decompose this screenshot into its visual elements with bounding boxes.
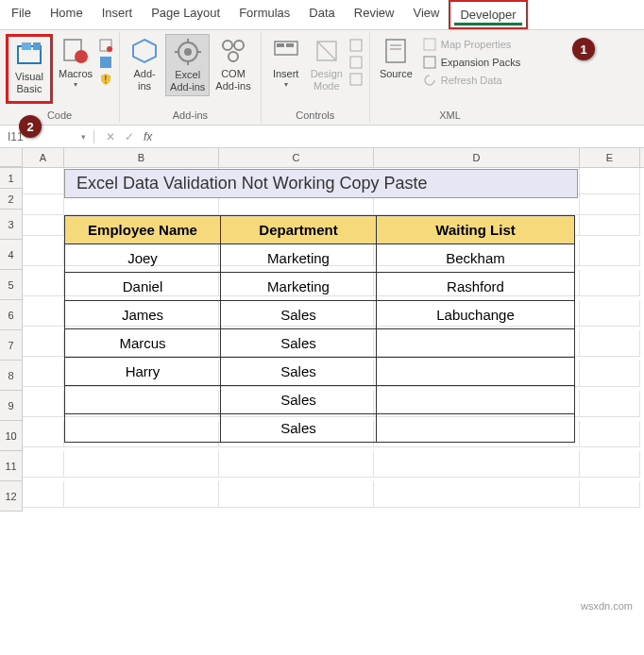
cell[interactable] [23,330,64,357]
row-header[interactable]: 8 [0,361,23,391]
row-header[interactable]: 2 [0,189,23,210]
cell[interactable] [23,421,64,447]
cell[interactable] [23,300,64,327]
table-cell[interactable]: Marketing [221,244,377,273]
svg-rect-22 [350,40,362,51]
cell[interactable] [580,391,640,417]
cell[interactable] [580,330,640,357]
table-cell[interactable]: Daniel [65,273,221,301]
excel-addins-button[interactable]: Excel Add-ins [165,34,210,96]
table-cell[interactable] [377,329,575,358]
macro-security-icon[interactable]: ! [98,72,113,87]
addins-button[interactable]: Add- ins [126,34,163,94]
tab-formulas[interactable]: Formulas [229,0,299,29]
cell[interactable] [23,270,64,296]
group-xml: Source Map Properties Expansion Packs Re… [370,32,530,123]
design-mode-button[interactable]: Design Mode [307,34,347,94]
table-cell[interactable]: Sales [221,386,377,414]
tab-insert[interactable]: Insert [93,0,143,29]
tab-review[interactable]: Review [345,0,404,29]
tab-view[interactable]: View [403,0,449,29]
table-cell[interactable]: Sales [221,414,377,443]
table-row: MarcusSales [65,329,575,358]
col-header-B[interactable]: B [64,148,219,167]
fx-icon[interactable]: fx [144,130,152,143]
source-button[interactable]: Source [376,34,416,82]
cell[interactable] [580,210,640,236]
cell[interactable] [64,451,219,478]
tab-data[interactable]: Data [299,0,344,29]
cell[interactable] [23,391,64,417]
row-header[interactable]: 1 [0,168,23,189]
cell[interactable] [23,451,64,478]
record-macro-icon[interactable] [98,38,113,53]
table-cell[interactable] [377,386,575,414]
insert-controls-icon [271,36,301,66]
tab-home[interactable]: Home [41,0,93,29]
cell[interactable] [219,481,374,508]
cell[interactable] [580,270,640,296]
row-header[interactable]: 10 [0,421,23,451]
cell[interactable] [219,451,374,478]
view-code-icon[interactable] [348,55,364,70]
insert-controls-button[interactable]: Insert ▾ [267,34,305,92]
col-header-E[interactable]: E [580,148,640,167]
cell[interactable] [580,300,640,327]
cell[interactable] [374,451,580,478]
cell[interactable] [580,240,640,266]
table-cell[interactable]: Rashford [377,273,575,301]
properties-icon[interactable] [348,38,364,53]
row-header[interactable]: 12 [0,481,23,512]
table-cell[interactable]: Harry [65,358,221,386]
table-cell[interactable]: Sales [221,358,377,386]
cell[interactable] [23,240,64,266]
row-header[interactable]: 7 [0,330,23,361]
cell[interactable] [23,481,64,508]
relative-ref-icon[interactable] [98,55,113,70]
cell[interactable] [580,361,640,387]
spreadsheet-grid[interactable]: A B C D E 1 2 3 4 5 6 7 [0,148,644,512]
table-cell[interactable]: Sales [221,301,377,329]
cell[interactable] [580,421,640,447]
macros-button[interactable]: Macros ▾ [55,34,96,92]
cell[interactable] [580,481,640,508]
row-header[interactable]: 11 [0,451,23,481]
tab-page-layout[interactable]: Page Layout [142,0,229,29]
cell[interactable] [23,361,64,387]
table-cell[interactable]: Beckham [377,244,575,273]
col-header-D[interactable]: D [374,148,580,167]
visual-basic-button[interactable]: Visual Basic [10,37,48,97]
cell[interactable] [374,481,580,508]
svg-point-11 [184,48,192,56]
map-properties-button: Map Properties [418,36,524,53]
col-header-C[interactable]: C [219,148,374,167]
table-cell[interactable]: Joey [65,244,221,273]
table-cell[interactable]: Marketing [221,273,377,301]
page-title: Excel Data Validation Not Working Copy P… [64,169,578,198]
table-cell[interactable]: Labuchange [377,301,575,329]
cell[interactable] [580,451,640,478]
tab-file[interactable]: File [2,0,41,29]
name-box[interactable]: I11 ▾ [0,130,94,143]
com-addins-button[interactable]: COM Add-ins [212,34,254,94]
table-cell[interactable] [377,358,575,386]
row-header[interactable]: 4 [0,240,23,270]
tab-developer[interactable]: Developer [449,0,527,29]
run-dialog-icon[interactable] [348,72,364,87]
table-cell[interactable]: Sales [221,329,377,358]
row-header[interactable]: 9 [0,391,23,421]
table-cell[interactable]: James [65,301,221,329]
excel-addins-icon [173,37,203,67]
table-cell[interactable]: Marcus [65,329,221,358]
table-cell[interactable] [65,414,221,443]
row-header[interactable]: 3 [0,210,23,240]
col-header-A[interactable]: A [23,148,64,167]
row-header[interactable]: 6 [0,300,23,330]
select-all-corner[interactable] [0,148,23,167]
row-header[interactable]: 5 [0,270,23,300]
cell[interactable] [23,210,64,236]
table-cell[interactable] [65,386,221,414]
table-cell[interactable] [377,414,575,443]
expansion-packs-button[interactable]: Expansion Packs [418,54,524,71]
cell[interactable] [64,481,219,508]
